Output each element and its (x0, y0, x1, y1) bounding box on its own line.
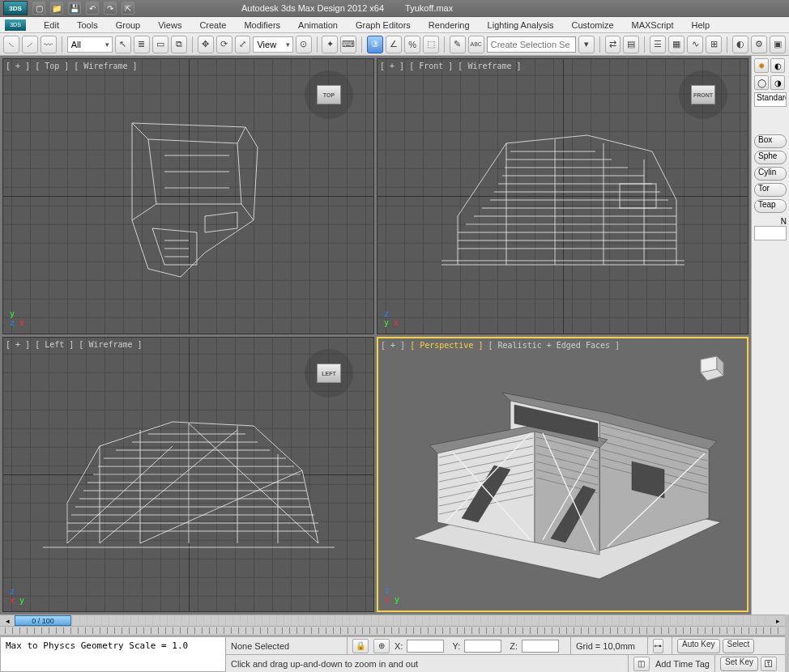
selection-filter-dropdown[interactable]: All (67, 36, 113, 53)
viewport-perspective[interactable]: [ + ] [ Perspective ] [ Realistic + Edge… (377, 337, 748, 613)
y-label: Y: (452, 641, 460, 651)
viewport-left[interactable]: [ + ] [ Left ] [ Wireframe ] LEFT zx y (2, 337, 374, 613)
schematic-view-icon[interactable]: ⊞ (706, 36, 722, 53)
absolute-mode-icon[interactable]: ⊕ (373, 639, 390, 653)
edit-named-sel-icon[interactable]: ✎ (450, 36, 466, 53)
selection-set-dropdown-icon[interactable]: ▾ (578, 36, 595, 53)
render-setup-icon[interactable]: ⚙ (751, 36, 767, 53)
bottom-area: ◂ 0 / 100 ▸ Max to Physcs Geometry Scale… (0, 615, 785, 672)
primitive-teapot-button[interactable]: Teap (754, 199, 787, 213)
select-button[interactable]: Select (723, 639, 755, 653)
save-icon[interactable]: 💾 (68, 2, 81, 15)
add-time-tag-label[interactable]: Add Time Tag (655, 659, 710, 669)
link-icon[interactable]: ⇱ (122, 2, 134, 15)
link-object-icon[interactable]: ⟍ (3, 36, 19, 53)
viewport-left-label[interactable]: [ + ] [ Left ] [ Wireframe ] (6, 340, 143, 349)
app-logo-small[interactable]: 3DS (5, 19, 26, 31)
select-region-rect-icon[interactable]: ▭ (152, 36, 168, 53)
app-logo[interactable]: 3DS (3, 1, 28, 15)
viewport-top-label[interactable]: [ + ] [ Top ] [ Wireframe ] (6, 62, 138, 70)
time-scroll-left-icon[interactable]: ◂ (0, 615, 15, 626)
primitive-box-button[interactable]: Box (754, 134, 787, 148)
rotate-icon[interactable]: ⟳ (216, 36, 232, 53)
maxscript-listener[interactable]: Max to Physcs Geometry Scale = 1.0 (0, 636, 226, 672)
shapes-category-icon[interactable]: ◑ (770, 75, 785, 90)
align-icon[interactable]: ▤ (623, 36, 639, 53)
viewcube-perspective[interactable] (693, 350, 727, 384)
viewcube-front[interactable]: FRONT (679, 70, 727, 119)
material-editor-icon[interactable]: ◐ (732, 36, 748, 53)
axis-gizmo-front: zy x (384, 309, 399, 327)
set-key-button[interactable]: Set Key (720, 657, 758, 671)
auto-key-button[interactable]: Auto Key (677, 639, 720, 653)
curve-editor-icon[interactable]: ∿ (687, 36, 703, 53)
manipulate-icon[interactable]: ✦ (322, 36, 338, 53)
menu-group[interactable]: Group (108, 19, 149, 32)
spinner-snap-icon[interactable]: ⬚ (423, 36, 439, 53)
time-ruler[interactable] (0, 627, 785, 636)
scale-icon[interactable]: ⤢ (235, 36, 251, 53)
menu-customize[interactable]: Customize (564, 19, 622, 32)
time-scroll-right-icon[interactable]: ▸ (770, 615, 785, 626)
menu-tools[interactable]: Tools (69, 19, 106, 32)
snaps-toggle-icon[interactable]: ③ (367, 36, 383, 53)
key-filters-icon[interactable]: ⚿ (761, 657, 777, 671)
primitive-cylinder-button[interactable]: Cylin (754, 167, 787, 181)
create-tab-icon[interactable]: ✸ (754, 58, 769, 73)
menu-modifiers[interactable]: Modifiers (236, 19, 288, 32)
mirror-icon[interactable]: ⇄ (605, 36, 621, 53)
ref-coord-dropdown[interactable]: View (253, 36, 292, 53)
object-name-input[interactable] (754, 226, 787, 240)
x-coord-input[interactable] (407, 640, 444, 653)
viewport-front-label[interactable]: [ + ] [ Front ] [ Wireframe ] (380, 62, 522, 70)
select-icon[interactable]: ↖ (115, 36, 131, 53)
viewport-top[interactable]: [ + ] [ Top ] [ Wireframe ] TOP yz x (2, 58, 374, 334)
undo-icon[interactable]: ↶ (86, 2, 99, 15)
menu-create[interactable]: Create (191, 19, 234, 32)
menu-edit[interactable]: Edit (36, 19, 67, 32)
abc-icon[interactable]: ABC (468, 36, 484, 53)
open-icon[interactable]: 📁 (50, 2, 63, 15)
lock-selection-icon[interactable]: 🔒 (352, 639, 369, 653)
y-coord-input[interactable] (464, 640, 501, 653)
select-by-name-icon[interactable]: ≣ (134, 36, 150, 53)
unlink-icon[interactable]: ⟋ (22, 36, 38, 53)
primitive-sphere-button[interactable]: Sphe (754, 151, 787, 164)
z-coord-input[interactable] (522, 640, 559, 653)
viewcube-left[interactable]: LEFT (305, 349, 353, 398)
time-slider[interactable]: ◂ 0 / 100 ▸ (0, 615, 785, 627)
viewport-perspective-label[interactable]: [ + ] [ Perspective ] [ Realistic + Edge… (381, 341, 620, 350)
keyboard-shortcut-icon[interactable]: ⌨ (340, 36, 356, 53)
graphite-icon[interactable]: ▦ (668, 36, 685, 53)
menu-lighting-analysis[interactable]: Lighting Analysis (480, 19, 562, 32)
menu-rendering[interactable]: Rendering (420, 19, 478, 32)
comm-center-icon[interactable]: ⊶ (653, 639, 663, 653)
modify-tab-icon[interactable]: ◐ (770, 58, 785, 73)
file-name: Tyukoff.max (405, 3, 453, 13)
geometry-category-icon[interactable]: ◯ (754, 75, 769, 90)
move-icon[interactable]: ✥ (198, 36, 214, 53)
percent-snap-icon[interactable]: % (404, 36, 420, 53)
menu-graph-editors[interactable]: Graph Editors (348, 19, 419, 32)
menu-help[interactable]: Help (684, 19, 719, 32)
pivot-center-icon[interactable]: ⊙ (296, 36, 312, 53)
viewcube-top[interactable]: TOP (305, 70, 353, 119)
menu-maxscript[interactable]: MAXScript (624, 19, 682, 32)
bind-space-warp-icon[interactable]: 〰 (41, 36, 57, 53)
viewport-front[interactable]: [ + ] [ Front ] [ Wireframe ] FRONT zy x (377, 58, 748, 334)
selection-set-input[interactable] (487, 36, 576, 53)
render-frame-icon[interactable]: ▣ (770, 36, 786, 53)
window-crossing-icon[interactable]: ⧉ (171, 36, 187, 53)
angle-snap-icon[interactable]: ∠ (386, 36, 402, 53)
redo-icon[interactable]: ↷ (104, 2, 117, 15)
viewport-area: [ + ] [ Top ] [ Wireframe ] TOP yz x (0, 56, 751, 615)
primitive-torus-button[interactable]: Tor (754, 183, 787, 197)
new-icon[interactable]: ▢ (32, 2, 45, 15)
menu-views[interactable]: Views (150, 19, 190, 32)
time-slider-thumb[interactable]: 0 / 100 (15, 615, 71, 626)
object-type-dropdown[interactable]: Standard (754, 92, 787, 107)
layer-manager-icon[interactable]: ☰ (650, 36, 666, 53)
time-tag-icon[interactable]: ◫ (633, 657, 650, 671)
menu-animation[interactable]: Animation (290, 19, 346, 32)
axis-gizmo-perspective: zx y (385, 586, 399, 604)
